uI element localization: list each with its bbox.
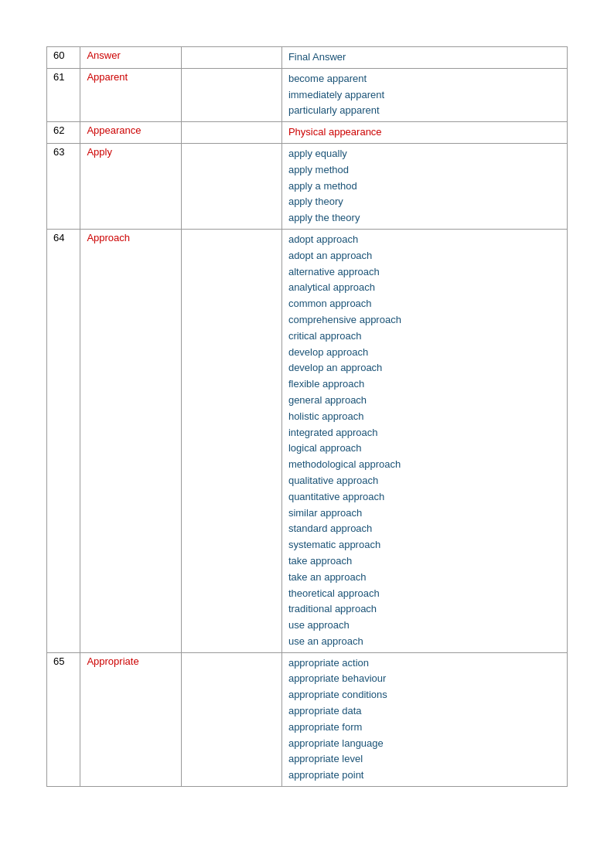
phrase-item: apply method — [288, 162, 561, 179]
phrase-item: alternative approach — [288, 264, 561, 281]
row-number: 65 — [47, 652, 80, 786]
row-phrases: apply equallyapply methodapply a methoda… — [281, 143, 567, 229]
phrase-item: Final Answer — [288, 49, 561, 66]
phrase-item: qualitative approach — [288, 473, 561, 489]
phrase-item: appropriate action — [288, 655, 561, 672]
row-number: 61 — [47, 68, 80, 121]
phrase-item: apply theory — [288, 194, 561, 210]
table-row: 64Approachadopt approachadopt an approac… — [47, 229, 568, 652]
row-number: 63 — [47, 143, 80, 229]
phrase-item: logical approach — [288, 441, 561, 457]
table-row: 60AnswerFinal Answer — [47, 47, 568, 69]
phrase-item: adopt approach — [288, 232, 561, 248]
table-row: 65Appropriateappropriate actionappropria… — [47, 652, 568, 786]
phrase-item: integrated approach — [288, 425, 561, 441]
phrase-item: use an approach — [288, 634, 561, 650]
row-word: Appearance — [80, 122, 181, 144]
phrase-item: take approach — [288, 553, 561, 570]
phrase-item: standard approach — [288, 521, 561, 537]
phrase-item: adopt an approach — [288, 248, 561, 264]
row-empty — [181, 122, 281, 144]
row-empty — [181, 47, 281, 69]
row-word: Apparent — [80, 68, 181, 121]
row-phrases: Final Answer — [281, 47, 567, 69]
table-row: 63Applyapply equallyapply methodapply a … — [47, 143, 568, 229]
table-row: 61Apparentbecome apparentimmediately app… — [47, 68, 568, 121]
phrase-item: appropriate conditions — [288, 687, 561, 703]
row-word: Approach — [80, 229, 181, 652]
phrase-item: flexible approach — [288, 376, 561, 393]
phrase-item: appropriate behaviour — [288, 671, 561, 687]
row-phrases: appropriate actionappropriate behavioura… — [281, 652, 567, 786]
phrase-item: appropriate level — [288, 751, 561, 768]
table-row: 62AppearancePhysical appearance — [47, 122, 568, 144]
phrase-item: become apparent — [288, 71, 561, 87]
row-number: 64 — [47, 229, 80, 652]
phrase-item: analytical approach — [288, 280, 561, 296]
phrase-item: develop an approach — [288, 360, 561, 376]
phrase-item: appropriate data — [288, 703, 561, 720]
phrase-item: Physical appearance — [288, 124, 561, 141]
row-word: Answer — [80, 47, 181, 69]
phrase-item: traditional approach — [288, 601, 561, 618]
phrase-item: appropriate point — [288, 768, 561, 784]
phrase-item: quantitative approach — [288, 489, 561, 505]
phrase-item: theoretical approach — [288, 586, 561, 602]
phrase-item: appropriate form — [288, 720, 561, 736]
row-phrases: adopt approachadopt an approachalternati… — [281, 229, 567, 652]
phrase-item: holistic approach — [288, 409, 561, 425]
main-table: 60AnswerFinal Answer61Apparentbecome app… — [46, 46, 568, 787]
row-empty — [181, 229, 281, 652]
phrase-item: immediately apparent — [288, 87, 561, 104]
phrase-item: similar approach — [288, 505, 561, 522]
phrase-item: methodological approach — [288, 457, 561, 473]
phrase-item: develop approach — [288, 345, 561, 361]
phrase-item: use approach — [288, 618, 561, 634]
phrase-item: apply a method — [288, 179, 561, 195]
phrase-item: systematic approach — [288, 537, 561, 553]
row-number: 60 — [47, 47, 80, 69]
phrase-item: critical approach — [288, 328, 561, 345]
row-word: Apply — [80, 143, 181, 229]
row-phrases: Physical appearance — [281, 122, 567, 144]
phrase-item: apply equally — [288, 146, 561, 162]
phrase-item: general approach — [288, 393, 561, 409]
row-number: 62 — [47, 122, 80, 144]
row-phrases: become apparentimmediately apparentparti… — [281, 68, 567, 121]
phrase-item: take an approach — [288, 570, 561, 586]
row-empty — [181, 143, 281, 229]
phrase-item: common approach — [288, 296, 561, 312]
phrase-item: apply the theory — [288, 210, 561, 226]
phrase-item: comprehensive approach — [288, 312, 561, 328]
row-empty — [181, 652, 281, 786]
phrase-item: particularly apparent — [288, 103, 561, 119]
row-word: Appropriate — [80, 652, 181, 786]
row-empty — [181, 68, 281, 121]
phrase-item: appropriate language — [288, 736, 561, 752]
